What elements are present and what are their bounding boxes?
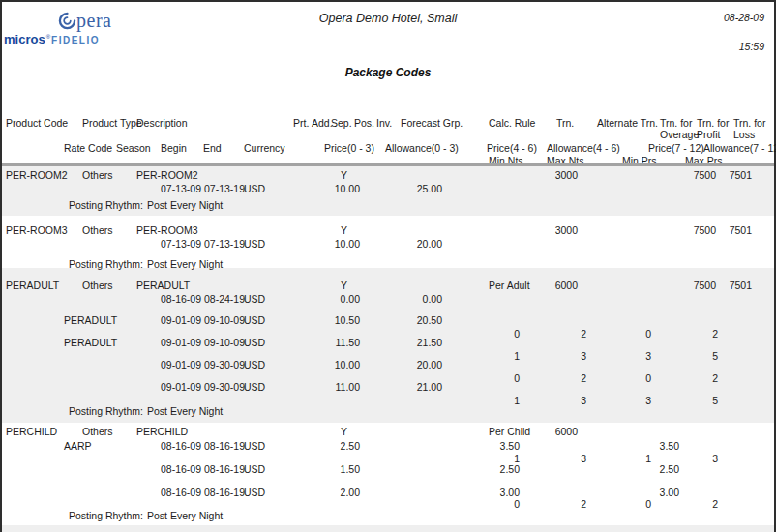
header-price-7-12: Price(7 - 12) [648, 142, 704, 154]
cell-price-7-12: 2.50 [612, 463, 679, 475]
header-add: Add. [312, 117, 333, 129]
cell-prt-flag: Y [341, 426, 347, 437]
cell-description: PERCHILD [136, 426, 188, 437]
cell-product-type: Others [82, 426, 113, 437]
cell-currency: USD [244, 337, 265, 348]
header-begin: Begin [161, 142, 187, 154]
row-band-shaded [2, 525, 774, 532]
cell-currency: USD [244, 463, 265, 475]
column-header-row-2: Rate Code Season Begin End Currency Pric… [0, 142, 776, 155]
product-row: PERCHILD Others PERCHILD Y Per Child 600… [0, 426, 776, 438]
product-row: PERADULT Others PERADULT Y Per Adult 600… [0, 280, 776, 292]
rate-row: 09-01-09 09-30-09 USD 11.00 21.00 [0, 381, 776, 394]
header-allowance-0-3: Allowance(0 - 3) [385, 142, 459, 154]
cell-prt-flag: Y [341, 169, 347, 181]
rate-row: 07-13-09 07-13-19 USD 10.00 25.00 [0, 183, 776, 195]
cell-end-date: 07-13-19 [204, 183, 245, 194]
cell-end-date: 09-10-09 [204, 337, 245, 348]
cell-trn: 3000 [510, 169, 578, 181]
micros-fidelio-wordmark: micros ® FIDELIO [4, 32, 111, 46]
cell-allowance-0-3: 20.00 [374, 238, 442, 250]
cell-max-nts: 2 [519, 498, 586, 510]
posting-rhythm-row: Posting Rhythm: Post Every Night [0, 405, 776, 418]
header-calc-rule: Calc. Rule [489, 117, 535, 129]
cell-begin-date: 08-16-09 [161, 463, 201, 475]
cell-product-code: PER-ROOM2 [6, 169, 68, 181]
cell-currency: USD [244, 359, 265, 370]
cell-min-nts: 0 [452, 498, 520, 510]
header-overage: Overage [660, 129, 699, 140]
cell-begin-date: 09-01-09 [161, 381, 201, 393]
cell-trn: 6000 [510, 280, 578, 291]
header-trn-for-profit: Trn. for [697, 117, 729, 129]
posting-rhythm-label: Posting Rhythm: [58, 405, 143, 417]
rate-row: AARP 08-16-09 08-16-19 USD 2.50 3.50 3.5… [0, 440, 776, 453]
cell-min-prs: 0 [583, 498, 651, 510]
cell-allowance-0-3: 21.50 [374, 337, 442, 348]
cell-currency: USD [244, 314, 265, 326]
header-trn: Trn. [556, 117, 574, 129]
header-end: End [203, 142, 222, 154]
cell-price-4-6: 2.50 [452, 463, 520, 475]
cell-allowance-0-3: 25.00 [374, 183, 442, 194]
cell-trn: 3000 [510, 224, 578, 236]
posting-rhythm-value: Post Every Night [147, 405, 223, 417]
cell-price-7-12: 3.50 [612, 440, 679, 452]
header-season: Season [116, 142, 151, 154]
cell-end-date: 09-30-09 [204, 381, 245, 393]
cell-begin-date: 08-16-09 [161, 487, 201, 498]
posting-rhythm-value: Post Every Night [147, 199, 223, 211]
cell-allowance-0-3: 21.00 [374, 381, 442, 393]
rate-row: PERADULT 09-01-09 09-10-09 USD 10.50 20.… [0, 314, 776, 327]
cell-begin-date: 07-13-09 [161, 183, 201, 194]
cell-allowance-0-3: 20.50 [374, 314, 442, 326]
header-inv: Inv. [376, 117, 392, 129]
cell-end-date: 09-10-09 [204, 314, 245, 326]
cell-price-0-3: 2.00 [292, 487, 360, 498]
cell-price-4-6: 3.50 [452, 440, 520, 452]
cell-price-0-3: 10.50 [292, 314, 360, 326]
cell-description: PER-ROOM3 [136, 224, 198, 236]
rate-row: 09-01-09 09-30-09 USD 10.00 20.00 [0, 359, 776, 371]
cell-max-prs: 2 [650, 498, 718, 510]
posting-rhythm-label: Posting Rhythm: [58, 258, 143, 270]
header-rate-code: Rate Code [64, 142, 112, 154]
header-forecast-grp: Forecast Grp. [401, 117, 463, 129]
cell-product-code: PERADULT [6, 280, 59, 291]
cell-allowance-0-3: 0.00 [374, 293, 442, 305]
cell-trn-for-loss: 7501 [684, 224, 752, 236]
product-row: PER-ROOM3 Others PER-ROOM3 Y 3000 7500 7… [0, 224, 776, 237]
micros-logo-text: micros [4, 32, 45, 46]
fidelio-logo-text: FIDELIO [51, 35, 100, 45]
posting-rhythm-value: Post Every Night [147, 258, 223, 270]
cell-price-4-6: 3.00 [452, 487, 520, 498]
cell-trn-for-loss: 7501 [684, 280, 752, 291]
cell-currency: USD [244, 487, 265, 498]
posting-rhythm-row: Posting Rhythm: Post Every Night [0, 258, 776, 271]
package-codes-report: pera micros ® FIDELIO Opera Demo Hotel, … [0, 0, 776, 532]
cell-currency: USD [244, 238, 265, 250]
cell-begin-date: 09-01-09 [161, 337, 201, 348]
cell-price-0-3: 11.50 [292, 337, 360, 348]
header-currency: Currency [244, 142, 285, 154]
cell-begin-date: 09-01-09 [161, 359, 201, 370]
header-price-0-3: Price(0 - 3) [324, 142, 374, 154]
posting-rhythm-label: Posting Rhythm: [58, 510, 143, 521]
header-sep: Sep. [331, 117, 352, 129]
cell-rate-code: AARP [64, 440, 92, 452]
cell-product-type: Others [82, 280, 113, 291]
cell-end-date: 08-16-19 [204, 440, 245, 452]
cell-prt-flag: Y [341, 280, 347, 291]
cell-begin-date: 08-16-09 [161, 440, 201, 452]
header-divider [2, 163, 774, 166]
registered-mark-icon: ® [46, 34, 50, 40]
cell-end-date: 08-16-19 [204, 487, 245, 498]
header-profit: Profit [697, 129, 721, 140]
cell-price-0-3: 10.00 [292, 238, 360, 250]
cell-currency: USD [244, 381, 265, 393]
cell-product-code: PERCHILD [6, 426, 57, 437]
cell-product-code: PER-ROOM3 [6, 224, 68, 236]
report-date: 08-28-09 [639, 12, 764, 23]
header-allowance-7-12: Allowance(7 - 12) [703, 142, 776, 154]
header-prt: Prt. [293, 117, 309, 129]
